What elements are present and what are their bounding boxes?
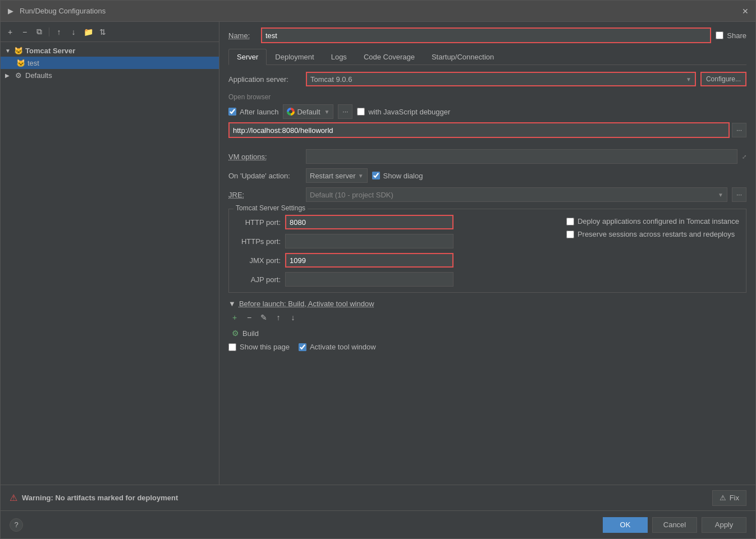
warning-text: Warning: No artifacts marked for deploym… — [22, 494, 708, 502]
js-debugger-checkbox[interactable] — [357, 108, 365, 116]
vm-options-input[interactable] — [306, 149, 737, 164]
tomcat-icon: 🐱 — [14, 46, 23, 55]
jre-label: JRE: — [228, 191, 301, 199]
show-page-checkbox[interactable] — [228, 343, 236, 351]
app-server-dropdown[interactable]: Tomcat 9.0.6 ▼ — [306, 72, 696, 86]
add-config-button[interactable]: + — [4, 26, 16, 38]
defaults-expand-icon: ▶ — [5, 72, 12, 79]
before-launch-add-button[interactable]: + — [228, 311, 241, 324]
left-panel: + − ⧉ ↑ ↓ 📁 ⇅ ▼ 🐱 Tomcat Server 🐱 test — [1, 22, 219, 485]
apply-button[interactable]: Apply — [702, 517, 746, 533]
vm-options-resize-icon[interactable]: ⤢ — [742, 154, 746, 160]
tab-logs[interactable]: Logs — [323, 49, 355, 65]
tab-server[interactable]: Server — [228, 49, 267, 65]
tree-item-tomcat[interactable]: ▼ 🐱 Tomcat Server — [1, 44, 219, 57]
activate-tool-checkbox[interactable] — [299, 343, 306, 351]
before-launch-remove-button[interactable]: − — [243, 311, 255, 324]
copy-config-button[interactable]: ⧉ — [33, 26, 45, 38]
before-launch-up-button[interactable]: ↑ — [272, 311, 285, 324]
close-button[interactable]: ✕ — [741, 7, 750, 16]
share-checkbox[interactable] — [716, 31, 723, 39]
browser-more-button[interactable]: ··· — [338, 104, 352, 119]
ok-button[interactable]: OK — [603, 517, 648, 533]
tree-defaults-label: Defaults — [25, 71, 52, 80]
ajp-port-row: AJP port: — [236, 272, 553, 287]
show-page-text: Show this page — [240, 343, 290, 351]
dialog-title: Run/Debug Configurations — [20, 7, 741, 15]
before-launch-edit-button[interactable]: ✎ — [258, 311, 270, 324]
jre-arrow: ▼ — [718, 192, 723, 198]
app-server-value: Tomcat 9.0.6 — [310, 75, 684, 84]
http-port-input[interactable] — [285, 215, 453, 229]
update-action-label: On 'Update' action: — [228, 172, 301, 180]
move-down-button[interactable]: ↓ — [67, 26, 80, 38]
config-tree: ▼ 🐱 Tomcat Server 🐱 test ▶ ⚙ Defaults — [1, 42, 219, 485]
run-debug-dialog: ▶ Run/Debug Configurations ✕ + − ⧉ ↑ ↓ 📁… — [0, 0, 756, 539]
open-browser-row: After launch Default ▼ ··· with JavaScri… — [228, 104, 746, 119]
cancel-button[interactable]: Cancel — [652, 517, 697, 533]
tab-deployment[interactable]: Deployment — [267, 49, 322, 65]
https-port-label: HTTPs port: — [236, 237, 281, 246]
fix-button[interactable]: ⚠ Fix — [712, 490, 746, 506]
update-action-dropdown[interactable]: Restart server ▼ — [306, 168, 368, 183]
activate-tool-label: Activate tool window — [299, 343, 376, 351]
before-launch-down-button[interactable]: ↓ — [287, 311, 299, 324]
deploy-tomcat-checkbox[interactable] — [566, 218, 574, 225]
tree-item-test[interactable]: 🐱 test — [1, 57, 219, 69]
build-icon: ⚙ — [232, 329, 239, 338]
build-label: Build — [242, 329, 259, 338]
remove-config-button[interactable]: − — [19, 26, 31, 38]
before-launch-section: ▼ Before launch: Build, Activate tool wi… — [228, 300, 746, 351]
expand-icon: ▼ — [5, 48, 12, 54]
before-launch-toolbar: + − ✎ ↑ ↓ — [228, 311, 746, 324]
before-launch-arrow: ▼ — [228, 300, 236, 308]
jre-more-button[interactable]: ··· — [732, 187, 746, 202]
open-browser-section: Open browser After launch Default ▼ ··· — [228, 91, 746, 144]
fix-label: Fix — [730, 494, 739, 502]
ajp-port-input[interactable] — [285, 272, 453, 287]
activate-tool-text: Activate tool window — [310, 343, 376, 351]
url-more-button[interactable]: ··· — [732, 123, 746, 137]
app-server-row: Application server: Tomcat 9.0.6 ▼ Confi… — [228, 72, 746, 86]
update-action-arrow: ▼ — [358, 173, 364, 179]
preserve-sessions-checkbox[interactable] — [566, 231, 574, 238]
move-up-button[interactable]: ↑ — [53, 26, 65, 38]
fix-icon: ⚠ — [720, 494, 726, 502]
tab-coverage[interactable]: Code Coverage — [355, 49, 423, 65]
config-toolbar: + − ⧉ ↑ ↓ 📁 ⇅ — [1, 22, 219, 42]
browser-arrow: ▼ — [324, 109, 329, 115]
show-page-label: Show this page — [228, 343, 290, 351]
tab-startup[interactable]: Startup/Connection — [423, 49, 502, 65]
tomcat-settings-section: Tomcat Server Settings HTTP port: HTTPs … — [228, 209, 746, 293]
jre-dropdown[interactable]: Default (10 - project SDK) ▼ — [306, 187, 727, 202]
update-action-value: Restart server — [310, 172, 356, 180]
help-button[interactable]: ? — [10, 518, 23, 532]
before-launch-header[interactable]: ▼ Before launch: Build, Activate tool wi… — [228, 300, 746, 308]
name-label: Name: — [228, 31, 256, 40]
tree-test-label: test — [28, 59, 39, 67]
main-content: + − ⧉ ↑ ↓ 📁 ⇅ ▼ 🐱 Tomcat Server 🐱 test — [1, 22, 755, 485]
url-input[interactable] — [228, 122, 730, 138]
deploy-tomcat-text: Deploy applications configured in Tomcat… — [578, 217, 739, 225]
http-port-row: HTTP port: — [236, 215, 553, 229]
preserve-sessions-label: Preserve sessions across restarts and re… — [566, 230, 739, 238]
warning-bold: Warning: No artifacts marked for deploym… — [22, 494, 178, 502]
browser-dropdown[interactable]: Default ▼ — [283, 104, 333, 119]
tree-item-defaults[interactable]: ▶ ⚙ Defaults — [1, 69, 219, 81]
app-server-arrow: ▼ — [686, 76, 691, 82]
configure-button[interactable]: Configure... — [700, 72, 746, 86]
show-dialog-checkbox[interactable] — [372, 172, 380, 179]
tree-tomcat-label: Tomcat Server — [25, 47, 75, 55]
right-panel: Name: Share Server Deployment Logs Code … — [219, 22, 755, 485]
folder-button[interactable]: 📁 — [82, 26, 94, 38]
bottom-bar: ? OK Cancel Apply — [1, 510, 755, 538]
http-port-label: HTTP port: — [236, 218, 281, 227]
tabs-bar: Server Deployment Logs Code Coverage Sta… — [228, 49, 746, 65]
jmx-port-row: JMX port: — [236, 253, 553, 268]
tomcat-settings-content: HTTP port: HTTPs port: JMX port: AJ — [236, 215, 739, 287]
jmx-port-input[interactable] — [285, 253, 453, 268]
name-input[interactable] — [261, 27, 711, 43]
sort-button[interactable]: ⇅ — [97, 26, 109, 38]
after-launch-checkbox[interactable] — [228, 108, 236, 116]
https-port-input[interactable] — [285, 234, 453, 248]
